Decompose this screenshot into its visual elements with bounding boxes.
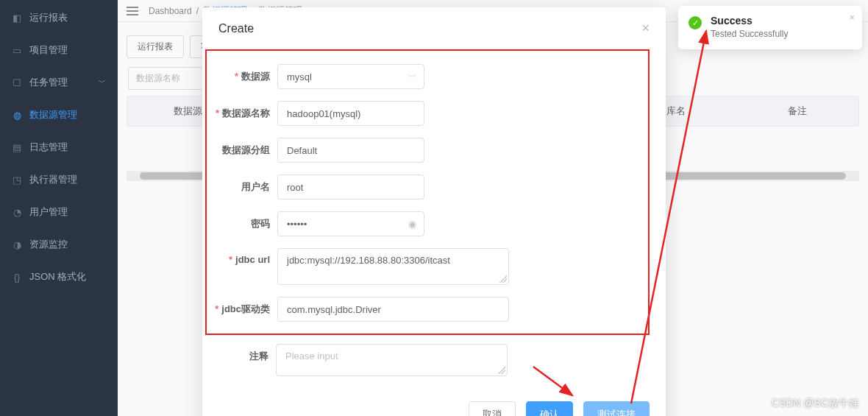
success-check-icon: ✓ [689,16,702,29]
input-user[interactable]: root [277,174,424,200]
label-password: 密码 [207,211,277,230]
dialog-footer: 取消 确认 测试连接 [202,401,666,416]
input-password[interactable]: ••••••◉ [277,211,424,236]
resize-handle-icon[interactable] [498,367,505,374]
label-group: 数据源分组 [207,138,277,157]
dialog-title: Create [218,22,254,35]
textarea-comment[interactable]: Please input [276,344,508,376]
toast-close-icon[interactable]: × [849,12,855,23]
toast-message: Tested Successfully [711,29,852,39]
chevron-down-icon: ﹀ [408,71,416,82]
input-value: com.mysql.jdbc.Driver [287,304,381,315]
placeholder-text: Please input [285,350,338,362]
cancel-button[interactable]: 取消 [469,401,516,416]
label-user: 用户名 [207,174,277,194]
confirm-button[interactable]: 确认 [526,401,573,416]
select-datasource[interactable]: mysql﹀ [277,64,424,89]
dialog-header: Create × [202,7,666,46]
label-jdbc: jdbc url [207,248,277,265]
success-toast: ✓ Success Tested Successfully × [678,6,862,49]
select-value: mysql [287,71,312,82]
label-driver: jdbc驱动类 [207,297,277,316]
input-value: Default [287,145,317,156]
resize-handle-icon[interactable] [499,275,507,283]
input-value: root [287,182,303,193]
highlighted-box: 数据源 mysql﹀ 数据源名称 hadoop01(mysql) 数据源分组 D… [205,49,650,335]
input-value: jdbc:mysql://192.168.88.80:3306/itcast [287,255,450,266]
label-datasource: 数据源 [207,64,277,83]
watermark: CSDN @SC放牛娃 [772,397,859,410]
close-icon[interactable]: × [641,21,650,36]
label-comment: 注释 [205,344,276,363]
input-name[interactable]: hadoop01(mysql) [277,101,424,126]
toast-title: Success [711,15,852,27]
input-group[interactable]: Default [277,138,424,163]
test-connection-button[interactable]: 测试连接 [583,401,650,416]
textarea-jdbc[interactable]: jdbc:mysql://192.168.88.80:3306/itcast [277,248,509,285]
input-value: •••••• [287,219,307,230]
input-driver[interactable]: com.mysql.jdbc.Driver [277,297,509,322]
create-dialog: Create × 数据源 mysql﹀ 数据源名称 hadoop01(mysql… [202,7,666,416]
label-name: 数据源名称 [207,101,277,120]
input-value: hadoop01(mysql) [287,108,360,119]
eye-icon[interactable]: ◉ [408,219,416,230]
